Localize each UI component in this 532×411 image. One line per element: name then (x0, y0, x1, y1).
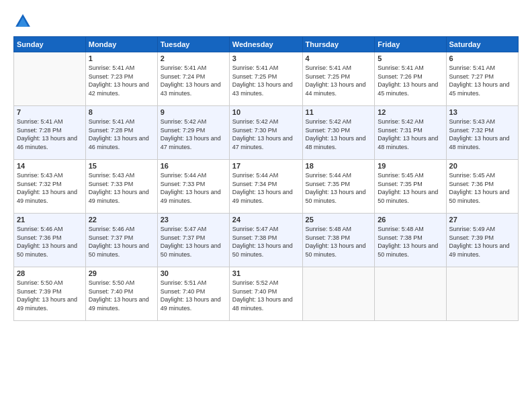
day-cell: 11Sunrise: 5:42 AMSunset: 7:30 PMDayligh… (302, 106, 375, 160)
day-number: 17 (232, 162, 300, 170)
day-number: 23 (161, 216, 226, 224)
week-row-1: 1Sunrise: 5:41 AMSunset: 7:23 PMDaylight… (14, 52, 519, 106)
day-cell (302, 267, 375, 321)
day-info: Sunrise: 5:50 AMSunset: 7:39 PMDaylight:… (17, 279, 83, 312)
day-number: 3 (232, 54, 300, 62)
day-number: 4 (306, 54, 372, 62)
day-cell (375, 267, 446, 321)
calendar-table: SundayMondayTuesdayWednesdayThursdayFrid… (13, 36, 519, 321)
day-info: Sunrise: 5:50 AMSunset: 7:40 PMDaylight:… (89, 279, 154, 312)
day-number: 7 (17, 108, 83, 116)
day-cell: 30Sunrise: 5:51 AMSunset: 7:40 PMDayligh… (157, 267, 229, 321)
day-header-friday: Friday (375, 37, 446, 52)
day-cell: 6Sunrise: 5:41 AMSunset: 7:27 PMDaylight… (446, 52, 518, 106)
day-number: 28 (17, 269, 83, 277)
day-info: Sunrise: 5:42 AMSunset: 7:30 PMDaylight:… (306, 118, 372, 151)
day-number: 11 (306, 108, 372, 116)
day-cell: 3Sunrise: 5:41 AMSunset: 7:25 PMDaylight… (229, 52, 302, 106)
day-info: Sunrise: 5:41 AMSunset: 7:25 PMDaylight:… (232, 64, 300, 97)
day-cell: 9Sunrise: 5:42 AMSunset: 7:29 PMDaylight… (157, 106, 229, 160)
header (13, 12, 519, 31)
day-info: Sunrise: 5:47 AMSunset: 7:38 PMDaylight:… (232, 225, 300, 259)
day-number: 30 (161, 269, 226, 277)
day-cell: 13Sunrise: 5:43 AMSunset: 7:32 PMDayligh… (446, 106, 518, 160)
day-number: 27 (449, 216, 515, 224)
page: SundayMondayTuesdayWednesdayThursdayFrid… (0, 0, 532, 411)
day-info: Sunrise: 5:52 AMSunset: 7:40 PMDaylight:… (232, 279, 300, 312)
day-info: Sunrise: 5:43 AMSunset: 7:32 PMDaylight:… (449, 118, 515, 151)
day-cell: 4Sunrise: 5:41 AMSunset: 7:25 PMDaylight… (302, 52, 375, 106)
day-info: Sunrise: 5:45 AMSunset: 7:35 PMDaylight:… (378, 171, 443, 205)
day-info: Sunrise: 5:42 AMSunset: 7:31 PMDaylight:… (378, 118, 443, 151)
day-info: Sunrise: 5:41 AMSunset: 7:24 PMDaylight:… (161, 64, 226, 97)
day-cell: 12Sunrise: 5:42 AMSunset: 7:31 PMDayligh… (375, 106, 446, 160)
day-cell: 2Sunrise: 5:41 AMSunset: 7:24 PMDaylight… (157, 52, 229, 106)
day-header-thursday: Thursday (302, 37, 375, 52)
day-cell: 17Sunrise: 5:44 AMSunset: 7:34 PMDayligh… (229, 160, 302, 214)
day-number: 8 (89, 108, 154, 116)
day-number: 25 (306, 216, 372, 224)
day-info: Sunrise: 5:44 AMSunset: 7:35 PMDaylight:… (306, 171, 372, 205)
day-number: 2 (161, 54, 226, 62)
day-info: Sunrise: 5:49 AMSunset: 7:39 PMDaylight:… (449, 225, 515, 259)
day-info: Sunrise: 5:42 AMSunset: 7:29 PMDaylight:… (161, 118, 226, 151)
day-number: 19 (378, 162, 443, 170)
day-header-sunday: Sunday (14, 37, 86, 52)
day-cell: 22Sunrise: 5:46 AMSunset: 7:37 PMDayligh… (85, 214, 157, 267)
day-number: 22 (89, 216, 154, 224)
day-cell: 23Sunrise: 5:47 AMSunset: 7:37 PMDayligh… (157, 214, 229, 267)
day-number: 5 (378, 54, 443, 62)
day-info: Sunrise: 5:43 AMSunset: 7:32 PMDaylight:… (17, 171, 83, 205)
day-info: Sunrise: 5:41 AMSunset: 7:27 PMDaylight:… (449, 64, 515, 97)
day-cell: 26Sunrise: 5:48 AMSunset: 7:38 PMDayligh… (375, 214, 446, 267)
day-number: 9 (161, 108, 226, 116)
day-cell: 15Sunrise: 5:43 AMSunset: 7:33 PMDayligh… (85, 160, 157, 214)
day-number: 15 (89, 162, 154, 170)
day-info: Sunrise: 5:41 AMSunset: 7:28 PMDaylight:… (17, 118, 83, 151)
week-row-4: 21Sunrise: 5:46 AMSunset: 7:36 PMDayligh… (14, 214, 519, 267)
day-number: 14 (17, 162, 83, 170)
day-number: 26 (378, 216, 443, 224)
day-cell: 25Sunrise: 5:48 AMSunset: 7:38 PMDayligh… (302, 214, 375, 267)
day-info: Sunrise: 5:44 AMSunset: 7:33 PMDaylight:… (161, 171, 226, 205)
day-info: Sunrise: 5:44 AMSunset: 7:34 PMDaylight:… (232, 171, 300, 205)
day-number: 6 (449, 54, 515, 62)
day-cell: 7Sunrise: 5:41 AMSunset: 7:28 PMDaylight… (14, 106, 86, 160)
day-cell: 8Sunrise: 5:41 AMSunset: 7:28 PMDaylight… (85, 106, 157, 160)
logo-icon (13, 12, 32, 31)
day-header-saturday: Saturday (446, 37, 518, 52)
day-header-tuesday: Tuesday (157, 37, 229, 52)
day-info: Sunrise: 5:47 AMSunset: 7:37 PMDaylight:… (161, 225, 226, 259)
day-cell: 5Sunrise: 5:41 AMSunset: 7:26 PMDaylight… (375, 52, 446, 106)
day-info: Sunrise: 5:41 AMSunset: 7:25 PMDaylight:… (306, 64, 372, 97)
logo (13, 12, 35, 31)
week-row-5: 28Sunrise: 5:50 AMSunset: 7:39 PMDayligh… (14, 267, 519, 321)
day-cell (14, 52, 86, 106)
day-cell: 27Sunrise: 5:49 AMSunset: 7:39 PMDayligh… (446, 214, 518, 267)
day-number: 18 (306, 162, 372, 170)
day-info: Sunrise: 5:46 AMSunset: 7:37 PMDaylight:… (89, 225, 154, 259)
day-info: Sunrise: 5:41 AMSunset: 7:23 PMDaylight:… (89, 64, 154, 97)
day-info: Sunrise: 5:51 AMSunset: 7:40 PMDaylight:… (161, 279, 226, 312)
day-number: 16 (161, 162, 226, 170)
day-info: Sunrise: 5:48 AMSunset: 7:38 PMDaylight:… (306, 225, 372, 259)
week-row-2: 7Sunrise: 5:41 AMSunset: 7:28 PMDaylight… (14, 106, 519, 160)
day-cell: 31Sunrise: 5:52 AMSunset: 7:40 PMDayligh… (229, 267, 302, 321)
day-cell: 19Sunrise: 5:45 AMSunset: 7:35 PMDayligh… (375, 160, 446, 214)
day-number: 10 (232, 108, 300, 116)
day-number: 13 (449, 108, 515, 116)
day-cell: 29Sunrise: 5:50 AMSunset: 7:40 PMDayligh… (85, 267, 157, 321)
day-cell: 10Sunrise: 5:42 AMSunset: 7:30 PMDayligh… (229, 106, 302, 160)
day-cell (446, 267, 518, 321)
day-info: Sunrise: 5:41 AMSunset: 7:26 PMDaylight:… (378, 64, 443, 97)
day-info: Sunrise: 5:43 AMSunset: 7:33 PMDaylight:… (89, 171, 154, 205)
day-number: 24 (232, 216, 300, 224)
day-cell: 14Sunrise: 5:43 AMSunset: 7:32 PMDayligh… (14, 160, 86, 214)
day-info: Sunrise: 5:42 AMSunset: 7:30 PMDaylight:… (232, 118, 300, 151)
day-header-monday: Monday (85, 37, 157, 52)
day-info: Sunrise: 5:46 AMSunset: 7:36 PMDaylight:… (17, 225, 83, 259)
day-info: Sunrise: 5:45 AMSunset: 7:36 PMDaylight:… (449, 171, 515, 205)
day-header-wednesday: Wednesday (229, 37, 302, 52)
day-cell: 21Sunrise: 5:46 AMSunset: 7:36 PMDayligh… (14, 214, 86, 267)
day-info: Sunrise: 5:41 AMSunset: 7:28 PMDaylight:… (89, 118, 154, 151)
